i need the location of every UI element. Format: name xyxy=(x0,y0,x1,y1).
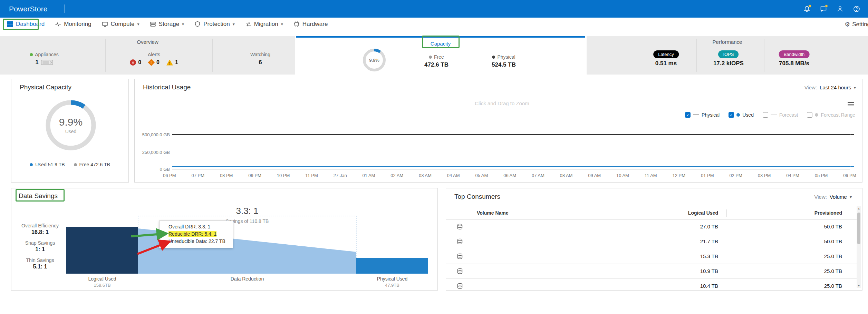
capacity-mini-percent: 9.9% xyxy=(362,48,386,72)
volume-icon xyxy=(457,224,463,230)
y-tick: 0 GB xyxy=(135,167,170,172)
scrollbar-thumb[interactable] xyxy=(857,213,860,244)
menu-label: Compute xyxy=(111,21,135,28)
message-badge xyxy=(825,4,828,8)
brand-divider xyxy=(64,4,65,13)
performance-title: Performance xyxy=(587,39,868,45)
legend-forecast-range-toggle[interactable]: ✓ Forecast Range xyxy=(807,112,855,118)
logical-used-cell: 27.0 TB xyxy=(700,224,718,229)
x-tick: 11 AM xyxy=(645,173,657,178)
notifications-icon[interactable] xyxy=(803,5,811,13)
x-tick: 27 Jan xyxy=(334,173,347,178)
storage-icon xyxy=(150,21,156,27)
appliances-label: Appliances xyxy=(35,52,59,57)
menu-item-settings[interactable]: ⚙ Settings xyxy=(845,18,868,31)
table-row[interactable]: 10.4 TB 25.0 TB xyxy=(446,279,857,291)
menu-item-compute[interactable]: Compute ▾ xyxy=(102,21,139,28)
legend-used-toggle[interactable]: ✓ Used xyxy=(729,112,754,118)
tooltip-overall-drr: Overall DRR: 3.3: 1 xyxy=(163,223,229,230)
x-tick: 05 PM xyxy=(815,173,828,178)
col-volume-name[interactable]: Volume Name xyxy=(477,210,509,216)
table-row[interactable]: 21.7 TB 50.0 TB xyxy=(446,234,857,249)
axis-label: Logical Used xyxy=(88,276,116,282)
provisioned-cell: 25.0 TB xyxy=(824,268,842,274)
major-alerts[interactable]: ! 0 xyxy=(148,59,160,66)
divider xyxy=(764,39,764,72)
menu-item-protection[interactable]: Protection ▾ xyxy=(194,21,235,28)
table-row[interactable]: 27.0 TB 50.0 TB xyxy=(446,219,857,234)
alerts-label: Alerts xyxy=(148,52,160,57)
user-icon[interactable] xyxy=(836,5,844,13)
major-count: 0 xyxy=(156,59,160,66)
col-provisioned[interactable]: Provisioned xyxy=(814,210,842,216)
funnel-reduction-axis: Data Reduction xyxy=(231,276,264,282)
x-tick: 02 PM xyxy=(729,173,742,178)
top-consumers-title: Top Consumers xyxy=(454,193,500,200)
legend-forecast-toggle[interactable]: ✓ Forecast xyxy=(763,112,798,118)
y-tick: 250,000.0 GB xyxy=(135,150,170,155)
menu-label: Monitoring xyxy=(64,21,91,28)
chart-menu-icon[interactable] xyxy=(848,101,854,107)
hardware-icon xyxy=(293,21,300,27)
legend-physical-toggle[interactable]: ✓ Physical xyxy=(685,112,720,118)
consumers-view-dropdown[interactable]: View: Volume ▾ xyxy=(814,194,852,200)
messages-icon[interactable] xyxy=(820,5,827,13)
table-scrollbar[interactable]: ▲ ▼ xyxy=(857,206,861,288)
physical-label: Physical xyxy=(497,54,515,60)
help-icon[interactable] xyxy=(853,5,860,13)
table-row[interactable]: 10.9 TB 25.0 TB xyxy=(446,264,857,279)
view-value: Last 24 hours xyxy=(820,85,851,90)
historical-usage-title: Historical Usage xyxy=(143,84,191,91)
legend-label: Forecast xyxy=(779,112,798,118)
x-tick: 06 PM xyxy=(163,173,176,178)
menu-item-migration[interactable]: Migration ▾ xyxy=(245,21,283,28)
x-tick: 10 PM xyxy=(277,173,290,178)
x-axis: 06 PM 07 PM 08 PM 09 PM 10 PM 11 PM 27 J… xyxy=(163,173,856,178)
volume-icon xyxy=(457,283,463,289)
x-tick: 07 PM xyxy=(191,173,204,178)
dashboard-icon xyxy=(7,21,13,27)
physical-dot xyxy=(492,56,495,59)
used-edge-marker xyxy=(850,166,854,167)
used-dot-swatch xyxy=(736,113,740,117)
x-tick: 01 AM xyxy=(363,173,375,178)
scroll-up-icon[interactable]: ▲ xyxy=(857,207,861,210)
donut-caption: Used xyxy=(65,129,77,134)
x-tick: 01 PM xyxy=(701,173,714,178)
donut-percent: 9.9% xyxy=(59,116,83,128)
scroll-down-icon[interactable]: ▼ xyxy=(857,284,861,287)
menu-item-hardware[interactable]: Hardware xyxy=(293,21,328,28)
overview-summary-card[interactable]: Overview Appliances 1 Alerts ✕ 0 ! 0 xyxy=(0,36,295,75)
logical-used-cell: 10.4 TB xyxy=(700,283,718,289)
appliances-count: 1 xyxy=(35,59,38,66)
funnel-physical-axis: Physical Used 47.9TB xyxy=(377,276,408,288)
physical-capacity-card: Physical Capacity 9.9% Used Used 51.9 TB… xyxy=(11,79,129,183)
table-row[interactable]: 15.3 TB 25.0 TB xyxy=(446,249,857,264)
bandwidth-group: Bandwidth 705.8 MB/s xyxy=(779,50,810,67)
caret-down-icon: ▾ xyxy=(137,22,139,27)
col-logical-used[interactable]: Logical Used xyxy=(688,210,718,216)
menu-item-dashboard[interactable]: Dashboard xyxy=(7,21,45,28)
menu-item-monitoring[interactable]: Monitoring xyxy=(55,21,91,28)
historical-view-dropdown[interactable]: View: Last 24 hours ▾ xyxy=(804,85,856,90)
iops-group: IOPS 17.2 kIOPS xyxy=(713,50,744,67)
legend-label: Physical xyxy=(702,112,720,118)
critical-alerts[interactable]: ✕ 0 xyxy=(130,59,141,66)
top-bar: PowerStore xyxy=(0,0,868,18)
performance-summary-card[interactable]: Performance Latency 0.51 ms IOPS 17.2 kI… xyxy=(587,36,868,75)
critical-alert-icon: ✕ xyxy=(130,59,136,66)
volume-icon xyxy=(457,268,463,274)
x-tick: 06 AM xyxy=(503,173,516,178)
menu-item-storage[interactable]: Storage ▾ xyxy=(150,21,184,28)
physical-capacity-donut: 9.9% Used xyxy=(44,98,98,152)
caret-down-icon: ▾ xyxy=(850,195,852,199)
capacity-summary-card[interactable]: Capacity 9.9% Free 472.6 TB Physical 524… xyxy=(296,36,585,75)
capacity-physical-group: Physical 524.5 TB xyxy=(492,54,516,68)
menu-label: Protection xyxy=(203,21,230,28)
physical-line-swatch xyxy=(693,115,699,115)
axis-label: Data Reduction xyxy=(231,276,264,282)
x-tick: 09 AM xyxy=(588,173,601,178)
provisioned-cell: 50.0 TB xyxy=(824,224,842,229)
notification-badge xyxy=(808,4,811,8)
warning-alerts[interactable]: ! 1 xyxy=(166,59,178,66)
